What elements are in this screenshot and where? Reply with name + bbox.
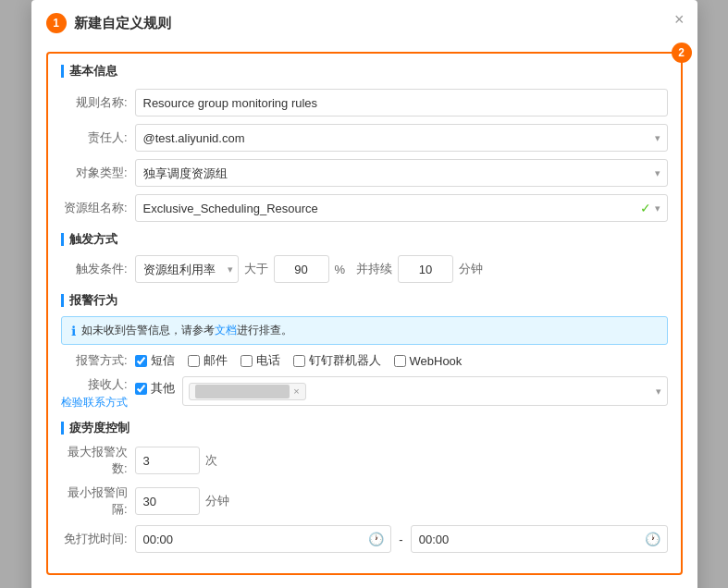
info-doc-link[interactable]: 文档	[215, 323, 237, 338]
duration-input[interactable]	[398, 255, 453, 283]
info-text: 如未收到告警信息，请参考	[81, 323, 215, 338]
basic-info-title: 基本信息	[61, 63, 668, 80]
method-dingding-text: 钉钉群机器人	[309, 352, 381, 369]
method-sms-label[interactable]: 短信	[135, 352, 175, 369]
greater-than-label: 大于	[244, 261, 268, 277]
resource-name-select[interactable]: Exclusive_Scheduling_Resource	[135, 194, 668, 222]
resource-name-row: 资源组名称: Exclusive_Scheduling_Resource ✓ ▾	[61, 194, 668, 222]
modal-overlay: 1 新建自定义规则 × 2 基本信息 规则名称: 责任人:	[0, 0, 728, 588]
method-sms-text: 短信	[151, 352, 175, 369]
owner-select[interactable]: @test.aliyunid.com	[135, 124, 668, 152]
quiet-end-wrap: 🕐	[411, 525, 668, 553]
owner-row: 责任人: @test.aliyunid.com ▾	[61, 124, 668, 152]
minute-label: 分钟	[459, 261, 483, 277]
report-section-title: 报警行为	[61, 292, 668, 309]
receiver-tag-select[interactable]: @test.aliyunid.c... × ▾	[182, 376, 668, 406]
object-type-row: 对象类型: 独享调度资源组 ▾	[61, 159, 668, 187]
object-type-select[interactable]: 独享调度资源组	[135, 159, 668, 187]
min-interval-input[interactable]	[135, 487, 200, 515]
receiver-chevron-icon: ▾	[656, 386, 661, 398]
step2-badge: 2	[672, 43, 692, 63]
modal-dialog: 1 新建自定义规则 × 2 基本信息 规则名称: 责任人:	[31, 0, 697, 588]
quiet-start-wrap: 🕐	[135, 525, 392, 553]
tag-close-icon[interactable]: ×	[293, 386, 299, 397]
threshold-input[interactable]	[274, 255, 329, 283]
trigger-section-title: 触发方式	[61, 231, 668, 248]
modal-body: 2 基本信息 规则名称: 责任人: @test.aliyunid.com ▾	[31, 43, 697, 588]
owner-label: 责任人:	[61, 129, 135, 146]
receiver-other-label: 其他	[151, 380, 175, 397]
quiet-start-clock-icon: 🕐	[368, 532, 384, 546]
receiver-label-col: 接收人: 检验联系方式	[61, 376, 135, 410]
trigger-condition-select-wrap: 资源组利用率 ▾	[135, 255, 239, 283]
trigger-condition-row: 触发条件: 资源组利用率 ▾ 大于 % 并持续 分钟	[61, 255, 668, 283]
resource-chevron-icon: ▾	[655, 202, 660, 214]
trigger-condition-label: 触发条件:	[61, 261, 135, 277]
method-sms-checkbox[interactable]	[135, 355, 147, 367]
method-email-label[interactable]: 邮件	[188, 352, 228, 369]
receiver-label: 接收人:	[88, 377, 128, 391]
rule-name-input[interactable]	[135, 89, 668, 116]
modal-header: 1 新建自定义规则 ×	[31, 0, 697, 43]
method-phone-text: 电话	[256, 352, 280, 369]
step1-badge: 1	[46, 13, 67, 33]
min-interval-unit: 分钟	[205, 493, 229, 509]
max-count-unit: 次	[205, 452, 217, 469]
owner-select-wrapper: @test.aliyunid.com ▾	[135, 124, 668, 152]
receiver-content: 其他 @test.aliyunid.c... × ▾	[135, 376, 668, 406]
receiver-other-checkbox[interactable]	[135, 383, 147, 395]
report-method-row: 报警方式: 短信 邮件 电话 钉钉群机器人	[61, 352, 668, 369]
close-button[interactable]: ×	[674, 11, 685, 28]
quiet-end-input[interactable]	[411, 525, 668, 553]
resource-check-icon: ✓	[640, 201, 651, 215]
receiver-other-wrap[interactable]: 其他	[135, 380, 175, 397]
rule-name-row: 规则名称:	[61, 89, 668, 116]
info-suffix: 进行排查。	[237, 323, 292, 338]
quiet-end-clock-icon: 🕐	[645, 532, 660, 546]
receiver-row: 接收人: 检验联系方式 其他 @test.aliyunid.c... ×	[61, 376, 668, 410]
duration-label: 并持续	[356, 261, 392, 277]
alert-info-bar: ℹ 如未收到告警信息，请参考 文档 进行排查。	[61, 316, 668, 345]
method-email-text: 邮件	[204, 352, 228, 369]
method-dingding-checkbox[interactable]	[293, 355, 305, 367]
time-dash: -	[399, 533, 402, 546]
object-type-select-wrapper: 独享调度资源组 ▾	[135, 159, 668, 187]
method-email-checkbox[interactable]	[188, 355, 200, 367]
method-webhook-checkbox[interactable]	[394, 355, 406, 367]
quiet-start-input[interactable]	[135, 525, 392, 553]
min-interval-row: 最小报警间隔: 分钟	[61, 484, 668, 518]
method-phone-checkbox[interactable]	[241, 355, 253, 367]
receiver-tag-item: @test.aliyunid.c... ×	[189, 383, 306, 400]
percent-label: %	[335, 263, 346, 276]
method-phone-label[interactable]: 电话	[241, 352, 280, 369]
resource-name-label: 资源组名称:	[61, 200, 135, 216]
method-dingding-label[interactable]: 钉钉群机器人	[293, 352, 381, 369]
trigger-condition-select[interactable]: 资源组利用率	[135, 255, 239, 283]
min-interval-label: 最小报警间隔:	[61, 484, 135, 518]
fatigue-section-title: 疲劳度控制	[61, 420, 668, 436]
rule-name-label: 规则名称:	[61, 94, 135, 111]
max-count-label: 最大报警次数:	[61, 444, 135, 477]
object-type-label: 对象类型:	[61, 165, 135, 181]
info-circle-icon: ℹ	[71, 324, 76, 338]
quiet-time-row: 免打扰时间: 🕐 - 🕐	[61, 525, 668, 553]
resource-name-select-wrapper: Exclusive_Scheduling_Resource ✓ ▾	[135, 194, 668, 222]
basic-info-section: 2 基本信息 规则名称: 责任人: @test.aliyunid.com ▾	[46, 52, 683, 575]
quiet-time-label: 免打扰时间:	[61, 531, 135, 547]
max-count-row: 最大报警次数: 次	[61, 444, 668, 477]
method-webhook-label[interactable]: WebHook	[394, 354, 463, 368]
report-method-label: 报警方式:	[61, 352, 135, 369]
modal-title: 新建自定义规则	[74, 15, 171, 32]
verify-link[interactable]: 检验联系方式	[61, 395, 128, 410]
method-webhook-text: WebHook	[410, 354, 463, 368]
max-count-input[interactable]	[135, 447, 200, 474]
receiver-tag-text: @test.aliyunid.c...	[195, 385, 290, 398]
